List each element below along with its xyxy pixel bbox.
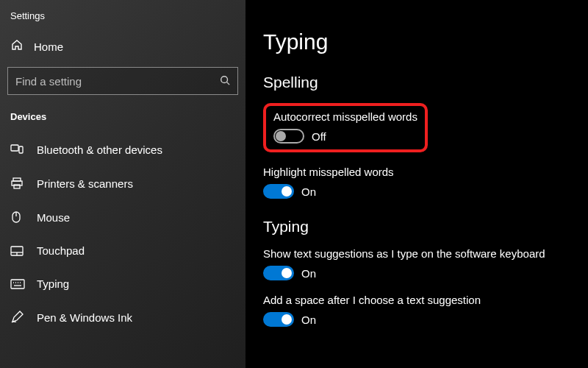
search-input[interactable] — [15, 75, 220, 88]
toggle-state: Off — [312, 130, 326, 143]
section-label: Devices — [0, 108, 245, 132]
spelling-heading: Spelling — [263, 74, 570, 91]
nav-label: Bluetooth & other devices — [37, 144, 162, 156]
search-icon — [220, 75, 230, 88]
toggle-state: On — [301, 267, 316, 280]
page-title: Typing — [263, 29, 570, 54]
search-box[interactable] — [7, 67, 238, 95]
toggle-highlight-misspelled[interactable] — [263, 184, 294, 199]
typing-heading: Typing — [263, 218, 570, 236]
nav-item-printers[interactable]: Printers & scanners — [0, 166, 245, 200]
setting-highlight-misspelled: Highlight misspelled words On — [263, 166, 570, 199]
setting-label: Show text suggestions as I type on the s… — [263, 247, 570, 260]
svg-rect-12 — [11, 280, 24, 289]
printer-icon — [10, 177, 25, 190]
setting-autocorrect: Autocorrect misspelled words Off — [263, 103, 570, 152]
nav-label: Mouse — [37, 211, 70, 224]
devices-icon — [10, 143, 25, 156]
sidebar: Settings Home Devices Bluetooth & other … — [0, 0, 245, 368]
toggle-state: On — [301, 185, 316, 198]
setting-add-space: Add a space after I choose a text sugges… — [263, 294, 570, 327]
nav-item-bluetooth[interactable]: Bluetooth & other devices — [0, 132, 245, 166]
annotation-highlight: Autocorrect misspelled words Off — [263, 103, 428, 152]
nav-label: Typing — [37, 277, 69, 290]
setting-text-suggestions: Show text suggestions as I type on the s… — [263, 247, 570, 280]
svg-rect-2 — [11, 145, 18, 151]
nav-item-pen[interactable]: Pen & Windows Ink — [0, 300, 245, 334]
home-label: Home — [34, 40, 63, 53]
toggle-add-space[interactable] — [263, 312, 294, 327]
keyboard-icon — [10, 279, 25, 289]
setting-label: Autocorrect misspelled words — [273, 110, 417, 123]
svg-point-0 — [221, 76, 228, 82]
svg-line-1 — [227, 82, 230, 85]
nav-label: Printers & scanners — [37, 177, 133, 190]
home-icon — [10, 39, 24, 54]
nav-label: Touchpad — [37, 244, 85, 257]
setting-label: Highlight misspelled words — [263, 166, 570, 178]
svg-rect-3 — [19, 146, 23, 153]
toggle-state: On — [301, 314, 316, 326]
setting-label: Add a space after I choose a text sugges… — [263, 294, 570, 306]
nav-item-typing[interactable]: Typing — [0, 267, 245, 300]
home-link[interactable]: Home — [0, 32, 245, 61]
touchpad-icon — [10, 246, 25, 256]
nav-item-mouse[interactable]: Mouse — [0, 200, 245, 234]
nav-label: Pen & Windows Ink — [37, 311, 132, 324]
toggle-text-suggestions[interactable] — [263, 266, 294, 280]
toggle-autocorrect[interactable] — [273, 129, 304, 144]
mouse-icon — [10, 210, 25, 224]
nav-item-touchpad[interactable]: Touchpad — [0, 234, 245, 267]
app-title: Settings — [0, 7, 245, 32]
pen-icon — [10, 311, 25, 324]
main-content: Typing Spelling Autocorrect misspelled w… — [245, 0, 588, 368]
